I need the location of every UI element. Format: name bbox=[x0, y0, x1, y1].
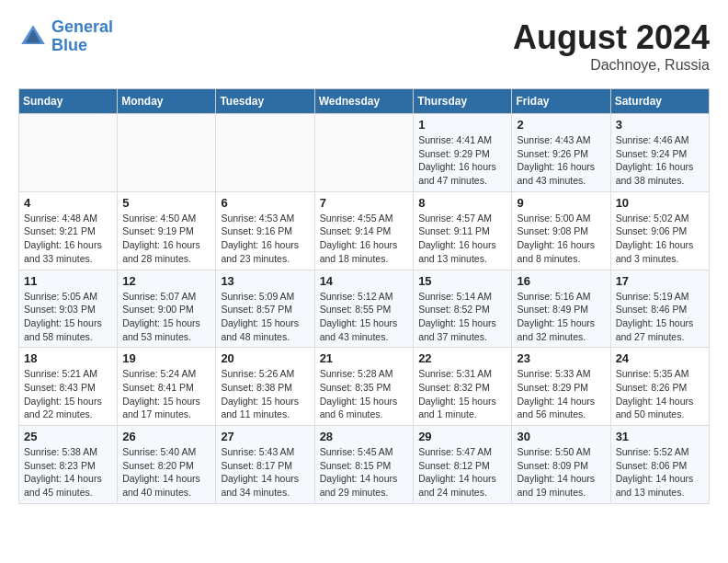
day-info: Sunrise: 4:48 AMSunset: 9:21 PMDaylight:… bbox=[24, 212, 112, 266]
day-number: 23 bbox=[517, 351, 605, 365]
day-info: Sunrise: 5:12 AMSunset: 8:55 PMDaylight:… bbox=[320, 290, 409, 344]
calendar-cell: 27Sunrise: 5:43 AMSunset: 8:17 PMDayligh… bbox=[216, 426, 314, 504]
calendar-cell: 28Sunrise: 5:45 AMSunset: 8:15 PMDayligh… bbox=[314, 426, 414, 504]
day-info: Sunrise: 4:43 AMSunset: 9:26 PMDaylight:… bbox=[517, 133, 605, 188]
header-day-sunday: Sunday bbox=[19, 89, 118, 114]
calendar-cell: 7Sunrise: 4:55 AMSunset: 9:14 PMDaylight… bbox=[314, 191, 414, 270]
calendar-cell: 10Sunrise: 5:02 AMSunset: 9:06 PMDayligh… bbox=[610, 191, 709, 270]
day-number: 3 bbox=[616, 118, 704, 132]
day-number: 2 bbox=[517, 118, 605, 132]
day-info: Sunrise: 4:46 AMSunset: 9:24 PMDaylight:… bbox=[616, 133, 704, 188]
day-number: 6 bbox=[221, 196, 309, 210]
day-number: 16 bbox=[517, 274, 605, 288]
day-info: Sunrise: 5:35 AMSunset: 8:26 PMDaylight:… bbox=[616, 367, 704, 421]
header-row: SundayMondayTuesdayWednesdayThursdayFrid… bbox=[19, 89, 710, 114]
calendar-cell: 30Sunrise: 5:50 AMSunset: 8:09 PMDayligh… bbox=[512, 426, 610, 504]
day-info: Sunrise: 5:16 AMSunset: 8:49 PMDaylight:… bbox=[517, 290, 605, 344]
day-info: Sunrise: 5:21 AMSunset: 8:43 PMDaylight:… bbox=[24, 367, 112, 421]
day-number: 12 bbox=[122, 274, 210, 288]
calendar-cell: 13Sunrise: 5:09 AMSunset: 8:57 PMDayligh… bbox=[216, 270, 314, 348]
day-info: Sunrise: 5:50 AMSunset: 8:09 PMDaylight:… bbox=[517, 445, 605, 500]
day-number: 21 bbox=[320, 351, 409, 365]
day-info: Sunrise: 5:40 AMSunset: 8:20 PMDaylight:… bbox=[122, 445, 210, 500]
day-number: 7 bbox=[320, 196, 409, 210]
calendar-cell: 9Sunrise: 5:00 AMSunset: 9:08 PMDaylight… bbox=[512, 191, 610, 270]
calendar-cell: 24Sunrise: 5:35 AMSunset: 8:26 PMDayligh… bbox=[610, 348, 709, 426]
day-info: Sunrise: 5:38 AMSunset: 8:23 PMDaylight:… bbox=[24, 445, 112, 500]
calendar-cell: 14Sunrise: 5:12 AMSunset: 8:55 PMDayligh… bbox=[314, 270, 414, 348]
day-info: Sunrise: 5:52 AMSunset: 8:06 PMDaylight:… bbox=[616, 445, 704, 500]
calendar-cell: 19Sunrise: 5:24 AMSunset: 8:41 PMDayligh… bbox=[118, 348, 216, 426]
header-day-wednesday: Wednesday bbox=[314, 89, 414, 114]
day-info: Sunrise: 5:02 AMSunset: 9:06 PMDaylight:… bbox=[616, 212, 704, 266]
day-number: 13 bbox=[221, 274, 309, 288]
calendar-cell bbox=[216, 114, 314, 192]
day-info: Sunrise: 4:41 AMSunset: 9:29 PMDaylight:… bbox=[418, 133, 506, 188]
calendar-table: SundayMondayTuesdayWednesdayThursdayFrid… bbox=[18, 88, 710, 504]
week-row-2: 4Sunrise: 4:48 AMSunset: 9:21 PMDaylight… bbox=[19, 191, 710, 270]
day-number: 4 bbox=[24, 196, 112, 210]
day-number: 24 bbox=[616, 351, 704, 365]
day-info: Sunrise: 5:43 AMSunset: 8:17 PMDaylight:… bbox=[221, 445, 309, 500]
header-day-friday: Friday bbox=[512, 89, 610, 114]
day-number: 11 bbox=[24, 274, 112, 288]
day-number: 29 bbox=[418, 430, 506, 443]
calendar-cell: 6Sunrise: 4:53 AMSunset: 9:16 PMDaylight… bbox=[216, 191, 314, 270]
day-number: 8 bbox=[418, 196, 506, 210]
calendar-cell: 29Sunrise: 5:47 AMSunset: 8:12 PMDayligh… bbox=[414, 426, 512, 504]
day-number: 15 bbox=[418, 274, 506, 288]
calendar-cell: 21Sunrise: 5:28 AMSunset: 8:35 PMDayligh… bbox=[314, 348, 414, 426]
day-info: Sunrise: 4:50 AMSunset: 9:19 PMDaylight:… bbox=[122, 212, 210, 266]
day-number: 25 bbox=[24, 430, 112, 443]
calendar-cell: 8Sunrise: 4:57 AMSunset: 9:11 PMDaylight… bbox=[414, 191, 512, 270]
calendar-cell bbox=[19, 114, 118, 192]
week-row-3: 11Sunrise: 5:05 AMSunset: 9:03 PMDayligh… bbox=[19, 270, 710, 348]
calendar-cell: 5Sunrise: 4:50 AMSunset: 9:19 PMDaylight… bbox=[118, 191, 216, 270]
calendar-cell: 31Sunrise: 5:52 AMSunset: 8:06 PMDayligh… bbox=[610, 426, 709, 504]
week-row-4: 18Sunrise: 5:21 AMSunset: 8:43 PMDayligh… bbox=[19, 348, 710, 426]
logo-icon bbox=[18, 22, 48, 52]
day-number: 28 bbox=[320, 430, 409, 443]
header-day-saturday: Saturday bbox=[610, 89, 709, 114]
day-info: Sunrise: 5:07 AMSunset: 9:00 PMDaylight:… bbox=[122, 290, 210, 344]
day-number: 20 bbox=[221, 351, 309, 365]
calendar-cell: 25Sunrise: 5:38 AMSunset: 8:23 PMDayligh… bbox=[19, 426, 118, 504]
day-info: Sunrise: 4:53 AMSunset: 9:16 PMDaylight:… bbox=[221, 212, 309, 266]
day-number: 31 bbox=[616, 430, 704, 443]
day-info: Sunrise: 5:24 AMSunset: 8:41 PMDaylight:… bbox=[122, 367, 210, 421]
calendar-cell: 11Sunrise: 5:05 AMSunset: 9:03 PMDayligh… bbox=[19, 270, 118, 348]
calendar-header: SundayMondayTuesdayWednesdayThursdayFrid… bbox=[19, 89, 710, 114]
calendar-cell: 20Sunrise: 5:26 AMSunset: 8:38 PMDayligh… bbox=[216, 348, 314, 426]
day-info: Sunrise: 5:05 AMSunset: 9:03 PMDaylight:… bbox=[24, 290, 112, 344]
day-number: 26 bbox=[122, 430, 210, 443]
day-number: 17 bbox=[616, 274, 704, 288]
header-day-thursday: Thursday bbox=[414, 89, 512, 114]
calendar-cell: 15Sunrise: 5:14 AMSunset: 8:52 PMDayligh… bbox=[414, 270, 512, 348]
day-info: Sunrise: 5:31 AMSunset: 8:32 PMDaylight:… bbox=[418, 367, 506, 421]
logo-text-line2: Blue bbox=[51, 37, 113, 55]
location-subtitle: Dachnoye, Russia bbox=[513, 57, 710, 74]
day-info: Sunrise: 4:55 AMSunset: 9:14 PMDaylight:… bbox=[320, 212, 409, 266]
calendar-cell bbox=[118, 114, 216, 192]
day-number: 1 bbox=[418, 118, 506, 132]
calendar-cell: 3Sunrise: 4:46 AMSunset: 9:24 PMDaylight… bbox=[610, 114, 709, 192]
week-row-1: 1Sunrise: 4:41 AMSunset: 9:29 PMDaylight… bbox=[19, 114, 710, 192]
month-year-title: August 2024 bbox=[513, 18, 710, 57]
day-number: 14 bbox=[320, 274, 409, 288]
calendar-cell: 12Sunrise: 5:07 AMSunset: 9:00 PMDayligh… bbox=[118, 270, 216, 348]
calendar-cell: 22Sunrise: 5:31 AMSunset: 8:32 PMDayligh… bbox=[414, 348, 512, 426]
day-number: 19 bbox=[122, 351, 210, 365]
day-info: Sunrise: 5:26 AMSunset: 8:38 PMDaylight:… bbox=[221, 367, 309, 421]
logo: General Blue bbox=[18, 18, 113, 55]
day-info: Sunrise: 5:33 AMSunset: 8:29 PMDaylight:… bbox=[517, 367, 605, 421]
day-info: Sunrise: 5:28 AMSunset: 8:35 PMDaylight:… bbox=[320, 367, 409, 421]
header-day-tuesday: Tuesday bbox=[216, 89, 314, 114]
day-number: 9 bbox=[517, 196, 605, 210]
day-info: Sunrise: 5:47 AMSunset: 8:12 PMDaylight:… bbox=[418, 445, 506, 500]
calendar-body: 1Sunrise: 4:41 AMSunset: 9:29 PMDaylight… bbox=[19, 114, 710, 504]
calendar-cell: 18Sunrise: 5:21 AMSunset: 8:43 PMDayligh… bbox=[19, 348, 118, 426]
day-info: Sunrise: 5:09 AMSunset: 8:57 PMDaylight:… bbox=[221, 290, 309, 344]
calendar-cell: 2Sunrise: 4:43 AMSunset: 9:26 PMDaylight… bbox=[512, 114, 610, 192]
day-info: Sunrise: 5:00 AMSunset: 9:08 PMDaylight:… bbox=[517, 212, 605, 266]
day-number: 10 bbox=[616, 196, 704, 210]
